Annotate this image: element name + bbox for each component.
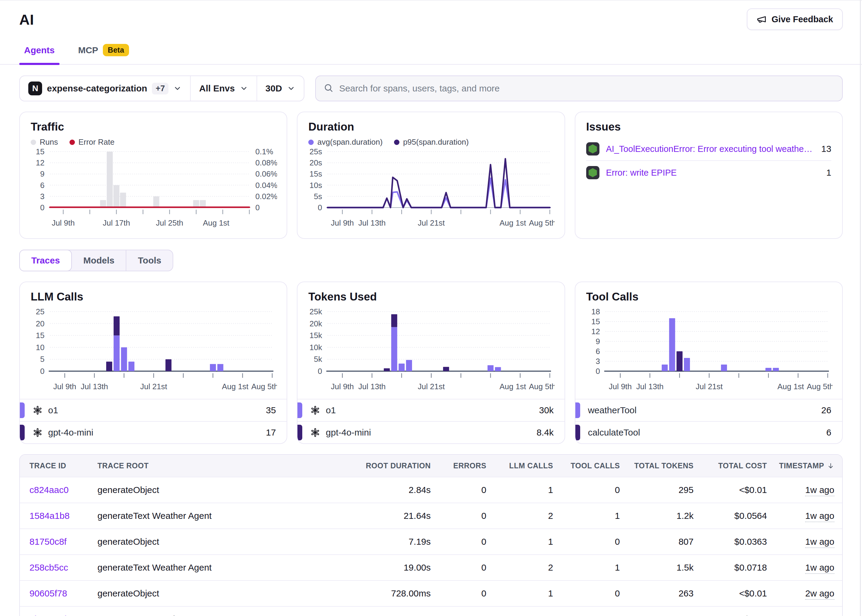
tool-calls-card: Tool Calls 0369121518Jul 9thJul 13thJul … xyxy=(575,281,843,444)
table-cell: 0 xyxy=(431,503,486,529)
openai-logo-icon xyxy=(33,427,43,438)
table-row[interactable]: 1584a1b8generateText Weather Agent21.64s… xyxy=(20,503,842,529)
svg-text:3: 3 xyxy=(595,357,600,366)
column-header[interactable]: TRACE ID xyxy=(20,455,97,477)
trace-id-cell: 90605f78 xyxy=(20,580,97,607)
legend-row[interactable]: weatherTool26 xyxy=(575,399,842,421)
table-row[interactable]: 1b9a433bgenerateText Weather Agent4.95s0… xyxy=(20,607,842,616)
legend-row[interactable]: calculateTool6 xyxy=(575,421,842,443)
legend-item: Runs xyxy=(31,137,58,147)
chevron-down-icon xyxy=(240,84,248,93)
svg-text:Aug 1st: Aug 1st xyxy=(222,382,249,391)
issue-link[interactable]: AI_ToolExecutionError: Error executing t… xyxy=(606,144,815,154)
timestamp-value[interactable]: 1w ago xyxy=(805,511,834,522)
openai-logo-icon xyxy=(310,427,320,438)
series-value: 17 xyxy=(266,427,276,438)
svg-text:Jul 9th: Jul 9th xyxy=(331,382,354,391)
issue-row[interactable]: AI_ToolExecutionError: Error executing t… xyxy=(586,137,831,161)
timestamp-value[interactable]: 2w ago xyxy=(805,614,834,616)
svg-text:3: 3 xyxy=(40,192,44,201)
legend-item: p95(span.duration) xyxy=(394,137,469,147)
svg-text:0.06%: 0.06% xyxy=(255,169,277,178)
search-input[interactable] xyxy=(339,83,834,94)
give-feedback-button[interactable]: Give Feedback xyxy=(747,8,843,30)
table-cell: generateObject xyxy=(97,580,366,607)
tab-models[interactable]: Models xyxy=(72,250,126,271)
trace-id-link[interactable]: 1584a1b8 xyxy=(30,511,69,521)
scrollbar-track[interactable] xyxy=(860,0,861,616)
column-header[interactable]: ROOT DURATION xyxy=(366,455,431,477)
legend-label: avg(span.duration) xyxy=(317,137,383,147)
svg-text:6: 6 xyxy=(40,181,44,190)
table-cell: 2.84s xyxy=(366,477,431,503)
issue-link[interactable]: Error: write EPIPE xyxy=(606,168,820,178)
table-cell: $0.0718 xyxy=(694,555,767,580)
page-title: AI xyxy=(19,11,34,28)
table-cell: 2 xyxy=(486,607,553,616)
table-row[interactable]: 90605f78generateObject728.00ms010263<$0.… xyxy=(20,580,842,607)
trace-id-link[interactable]: 81750c8f xyxy=(30,537,66,547)
legend-row[interactable]: o135 xyxy=(20,399,287,421)
table-cell: 807 xyxy=(620,529,694,555)
column-header[interactable]: TOOL CALLS xyxy=(553,455,620,477)
legend-row[interactable]: gpt-4o-mini8.4k xyxy=(297,421,564,443)
column-header[interactable]: TRACE ROOT xyxy=(97,455,366,477)
env-label: All Envs xyxy=(199,83,235,94)
table-cell: generateText Weather Agent xyxy=(97,503,366,529)
timestamp-value[interactable]: 2w ago xyxy=(805,588,834,600)
table-cell: <$0.01 xyxy=(694,477,767,503)
trace-id-cell: 1b9a433b xyxy=(20,607,97,616)
trace-id-link[interactable]: 90605f78 xyxy=(30,588,67,598)
tool-calls-chart: 0369121518Jul 9thJul 13thJul 21stAug 1st… xyxy=(586,307,832,398)
table-row[interactable]: c824aac0generateObject2.84s010295<$0.011… xyxy=(20,477,842,503)
column-header[interactable]: TOTAL COST xyxy=(694,455,767,477)
tab-tools[interactable]: Tools xyxy=(126,250,173,271)
svg-text:20: 20 xyxy=(36,319,44,328)
svg-text:25: 25 xyxy=(36,307,44,316)
duration-chart: 05s10s15s20s25sJul 9thJul 13thJul 21stAu… xyxy=(308,149,554,233)
legend-dot-icon xyxy=(69,140,75,145)
table-row[interactable]: 81750c8fgenerateObject7.19s010807$0.0363… xyxy=(20,529,842,555)
timestamp-value[interactable]: 1w ago xyxy=(805,563,834,574)
column-header[interactable]: LLM CALLS xyxy=(486,455,553,477)
search-box[interactable] xyxy=(315,75,843,101)
env-dropdown[interactable]: All Envs xyxy=(190,76,256,101)
table-cell: 19.00s xyxy=(366,555,431,580)
trace-id-link[interactable]: 258cb5cc xyxy=(30,563,68,572)
legend-item: avg(span.duration) xyxy=(308,137,383,147)
svg-text:25s: 25s xyxy=(309,149,322,156)
table-row[interactable]: 258cb5ccgenerateText Weather Agent19.00s… xyxy=(20,555,842,580)
table-cell: 263 xyxy=(620,580,694,607)
trace-id-link[interactable]: 1b9a433b xyxy=(30,614,69,616)
column-header[interactable]: TIMESTAMP xyxy=(767,455,842,477)
issue-row[interactable]: Error: write EPIPE 1 xyxy=(586,161,831,184)
megaphone-icon xyxy=(757,14,767,24)
timestamp-value[interactable]: 1w ago xyxy=(805,537,834,548)
table-cell: 0 xyxy=(431,477,486,503)
window-top-edge xyxy=(0,0,862,1)
table-header: TRACE IDTRACE ROOTROOT DURATIONERRORSLLM… xyxy=(20,455,842,477)
column-header[interactable]: ERRORS xyxy=(431,455,486,477)
tab-mcp[interactable]: MCP Beta xyxy=(74,38,134,64)
traffic-card: Traffic RunsError Rate 0030.02%60.04%90.… xyxy=(19,112,287,239)
tab-agents[interactable]: Agents xyxy=(19,38,60,64)
table-cell: $0.0564 xyxy=(694,503,767,529)
svg-text:5k: 5k xyxy=(314,355,322,364)
traffic-title: Traffic xyxy=(31,121,276,133)
tab-agents-label: Agents xyxy=(24,45,55,55)
top-tab-bar: Agents MCP Beta xyxy=(0,38,862,64)
legend-row[interactable]: gpt-4o-mini17 xyxy=(20,421,287,443)
tab-traces[interactable]: Traces xyxy=(19,250,72,271)
legend-row[interactable]: o130k xyxy=(297,399,564,421)
column-header[interactable]: TOTAL TOKENS xyxy=(620,455,694,477)
section-tab-bar: Traces Models Tools xyxy=(19,250,173,271)
svg-text:Jul 9th: Jul 9th xyxy=(609,382,632,391)
svg-text:15s: 15s xyxy=(309,169,322,178)
timestamp-value[interactable]: 1w ago xyxy=(805,485,834,496)
project-extra-count: +7 xyxy=(152,83,168,94)
tokens-used-legend-rows: o130kgpt-4o-mini8.4k xyxy=(297,399,564,443)
table-cell: 1 xyxy=(553,607,620,616)
date-range-dropdown[interactable]: 30D xyxy=(257,76,304,101)
trace-id-link[interactable]: c824aac0 xyxy=(30,485,69,495)
project-dropdown[interactable]: N expense-categorization +7 xyxy=(20,76,190,101)
